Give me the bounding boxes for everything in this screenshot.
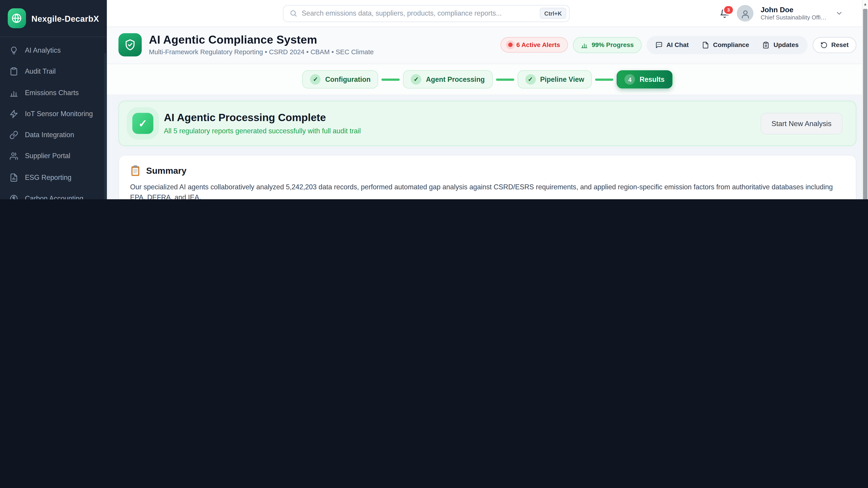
zap-icon bbox=[9, 109, 18, 119]
check-icon: ✓ bbox=[525, 74, 536, 85]
search-input[interactable]: Search emissions data, suppliers, produc… bbox=[283, 5, 569, 22]
user-role: Chief Sustainability Offic... bbox=[761, 14, 828, 21]
users-icon bbox=[9, 152, 18, 161]
page-title: AI Agentic Compliance System bbox=[149, 34, 374, 46]
page-subtitle: Multi-Framework Regulatory Reporting • C… bbox=[149, 48, 374, 56]
sidebar-item-label: Audit Trail bbox=[25, 67, 101, 76]
dollar-circle-icon bbox=[9, 194, 18, 199]
sidebar-item-label: IoT Sensor Monitoring bbox=[25, 109, 101, 119]
sidebar-item-label: Data Integration bbox=[25, 131, 101, 140]
shield-check-icon bbox=[119, 33, 142, 57]
sidebar: Nexgile-DecarbX AI Analytics Audit Trail… bbox=[0, 0, 107, 199]
reset-button[interactable]: Reset bbox=[812, 37, 856, 53]
step-pipeline-view[interactable]: ✓ Pipeline View bbox=[518, 70, 592, 89]
bar-chart-icon bbox=[9, 88, 18, 97]
brand-row[interactable]: Nexgile-DecarbX bbox=[0, 0, 107, 37]
app-viewport: Nexgile-DecarbX AI Analytics Audit Trail… bbox=[0, 0, 868, 199]
sidebar-item-carbon-accounting[interactable]: Carbon Accounting bbox=[0, 188, 107, 199]
success-banner: ✓ AI Agentic Processing Complete All 5 r… bbox=[119, 101, 856, 146]
content-area: ✓ AI Agentic Processing Complete All 5 r… bbox=[107, 95, 868, 199]
page-scrollbar-thumb[interactable] bbox=[863, 9, 868, 199]
progress-label: 99% Progress bbox=[592, 41, 633, 48]
search-icon bbox=[289, 9, 297, 17]
header-actions: 6 Active Alerts 99% Progress AI Chat Com… bbox=[500, 36, 856, 54]
topbar: Search emissions data, suppliers, produc… bbox=[107, 0, 868, 27]
notifications-button[interactable]: 3 bbox=[720, 8, 730, 18]
ai-chat-button[interactable]: AI Chat bbox=[649, 37, 695, 52]
sidebar-item-label: AI Analytics bbox=[25, 46, 101, 55]
step-label: Agent Processing bbox=[426, 75, 485, 83]
user-icon bbox=[741, 9, 750, 19]
chevron-down-icon[interactable] bbox=[835, 9, 843, 17]
page-header: AI Agentic Compliance System Multi-Frame… bbox=[107, 27, 868, 64]
sidebar-item-iot-sensor-monitoring[interactable]: IoT Sensor Monitoring bbox=[0, 103, 107, 125]
step-configuration[interactable]: ✓ Configuration bbox=[303, 70, 378, 89]
sidebar-item-label: Emissions Charts bbox=[25, 88, 101, 97]
summary-card: Summary Our specialized AI agents collab… bbox=[119, 155, 856, 199]
page-title-block: AI Agentic Compliance System Multi-Frame… bbox=[149, 34, 374, 56]
sidebar-item-supplier-portal[interactable]: Supplier Portal bbox=[0, 146, 107, 167]
search-placeholder: Search emissions data, suppliers, produc… bbox=[302, 9, 535, 17]
lightbulb-icon bbox=[9, 46, 18, 55]
step-agent-processing[interactable]: ✓ Agent Processing bbox=[403, 70, 493, 89]
scroll-up-arrow-icon[interactable]: ▲ bbox=[863, 2, 868, 7]
chat-icon bbox=[655, 41, 662, 48]
step-label: Results bbox=[640, 75, 664, 83]
clipboard-icon bbox=[9, 67, 18, 76]
clipboard-emoji-icon bbox=[130, 165, 141, 176]
active-alerts-badge[interactable]: 6 Active Alerts bbox=[500, 37, 568, 53]
sidebar-item-audit-trail[interactable]: Audit Trail bbox=[0, 61, 107, 82]
page-scrollbar[interactable]: ▲ ▼ bbox=[862, 0, 868, 199]
sidebar-scrollbar[interactable] bbox=[104, 53, 107, 199]
step-results[interactable]: 4 Results bbox=[617, 70, 672, 89]
app-logo bbox=[8, 8, 26, 28]
sidebar-item-esg-reporting[interactable]: ESG Reporting bbox=[0, 167, 107, 188]
check-icon: ✓ bbox=[132, 113, 153, 134]
main-area: Search emissions data, suppliers, produc… bbox=[107, 0, 868, 199]
step-connector bbox=[381, 78, 400, 80]
summary-title: Summary bbox=[146, 166, 187, 175]
start-new-analysis-button[interactable]: Start New Analysis bbox=[761, 112, 842, 134]
header-nav-group: AI Chat Compliance Updates bbox=[647, 36, 807, 54]
user-name: John Doe bbox=[761, 6, 828, 14]
updates-button[interactable]: Updates bbox=[756, 37, 805, 52]
alert-dot-icon bbox=[508, 43, 513, 47]
notification-count-badge: 3 bbox=[723, 5, 734, 15]
step-number: 4 bbox=[625, 74, 635, 85]
globe-icon bbox=[11, 13, 22, 24]
sidebar-item-data-integration[interactable]: Data Integration bbox=[0, 125, 107, 146]
step-connector bbox=[595, 78, 614, 80]
bar-chart-icon bbox=[581, 41, 588, 48]
file-chart-icon bbox=[9, 173, 18, 182]
workflow-stepper: ✓ Configuration ✓ Agent Processing ✓ Pip… bbox=[107, 64, 868, 95]
summary-paragraph: Our specialized AI agents collaborativel… bbox=[130, 182, 845, 199]
step-connector bbox=[496, 78, 514, 80]
reset-label: Reset bbox=[831, 41, 849, 48]
sidebar-item-label: Supplier Portal bbox=[25, 152, 101, 161]
check-icon: ✓ bbox=[411, 74, 422, 85]
nav-label: AI Chat bbox=[666, 41, 689, 48]
banner-text: AI Agentic Processing Complete All 5 reg… bbox=[164, 112, 361, 135]
progress-badge[interactable]: 99% Progress bbox=[573, 37, 642, 53]
banner-title: AI Agentic Processing Complete bbox=[164, 112, 361, 124]
sidebar-item-label: ESG Reporting bbox=[25, 173, 101, 182]
sidebar-item-ai-analytics[interactable]: AI Analytics bbox=[0, 40, 107, 61]
app-name: Nexgile-DecarbX bbox=[31, 13, 99, 23]
topbar-right: 3 John Doe Chief Sustainability Offic... bbox=[720, 5, 868, 22]
clipboard-icon bbox=[763, 41, 770, 48]
link-icon bbox=[9, 131, 18, 139]
file-icon bbox=[702, 41, 709, 48]
summary-header: Summary bbox=[130, 165, 845, 176]
compliance-button[interactable]: Compliance bbox=[695, 37, 756, 52]
sidebar-nav: AI Analytics Audit Trail Emissions Chart… bbox=[0, 37, 107, 199]
nav-label: Updates bbox=[774, 41, 799, 48]
refresh-icon bbox=[820, 41, 828, 48]
sidebar-item-emissions-charts[interactable]: Emissions Charts bbox=[0, 82, 107, 103]
check-icon: ✓ bbox=[310, 74, 321, 85]
alerts-label: 6 Active Alerts bbox=[516, 41, 560, 48]
shortcut-badge: Ctrl+K bbox=[540, 8, 566, 19]
step-label: Configuration bbox=[325, 75, 371, 83]
avatar[interactable] bbox=[737, 5, 753, 22]
user-info[interactable]: John Doe Chief Sustainability Offic... bbox=[761, 6, 828, 21]
banner-subtitle: All 5 regulatory reports generated succe… bbox=[164, 127, 361, 135]
